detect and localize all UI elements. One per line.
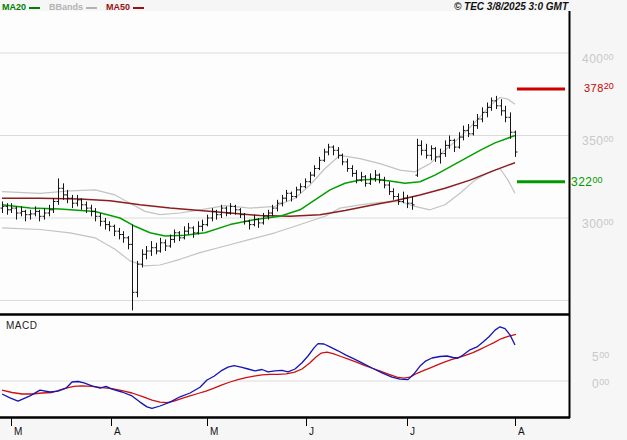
ma50-line-swatch-icon xyxy=(133,7,144,9)
month-label-a: A xyxy=(114,426,121,438)
stock-chart: MA20 BBands MA50 © TEC 3/8/2025 3:0 GMT … xyxy=(0,0,627,440)
legend-label-bbands: BBands xyxy=(49,1,83,13)
month-label-a: A xyxy=(518,426,525,438)
axis-value-label: 40000 xyxy=(582,53,614,66)
axis-value-label: 32200 xyxy=(571,176,603,189)
legend-item-bbands: BBands xyxy=(49,1,97,13)
axis-value-label: 500 xyxy=(592,351,609,364)
axis-value-label: 37820 xyxy=(584,82,614,95)
bbands-line-swatch-icon xyxy=(86,7,97,9)
axis-value-label: 30000 xyxy=(582,218,614,231)
macd-panel-title: MACD xyxy=(6,320,37,331)
copyright-text: © TEC 3/8/2025 3:0 GMT xyxy=(454,1,568,13)
chart-canvas xyxy=(0,0,627,440)
axis-value-label: 000 xyxy=(592,378,609,391)
month-label-m: M xyxy=(14,426,22,438)
axis-value-label: 35000 xyxy=(582,135,614,148)
ma20-line-swatch-icon xyxy=(29,7,40,9)
legend: MA20 BBands MA50 xyxy=(2,1,144,13)
month-label-m: M xyxy=(210,426,218,438)
legend-label-ma50: MA50 xyxy=(106,1,130,13)
month-label-j: J xyxy=(309,426,314,438)
legend-item-ma20: MA20 xyxy=(2,1,40,13)
legend-label-ma20: MA20 xyxy=(2,1,26,13)
legend-item-ma50: MA50 xyxy=(106,1,144,13)
month-label-j: J xyxy=(410,426,415,438)
